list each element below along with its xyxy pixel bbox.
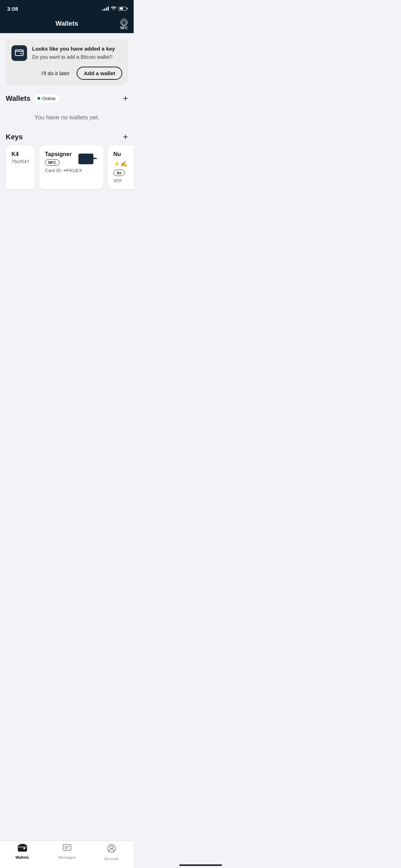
signal-icon [102, 6, 109, 11]
battery-icon [119, 7, 127, 11]
key-card-k4[interactable]: K4 79c0547 [6, 145, 35, 189]
wallets-section-title: Wallets [6, 94, 30, 103]
card-rect [78, 154, 93, 164]
key-card-tapsigner[interactable]: Tapsigner NFC [39, 145, 103, 189]
online-label: Online [42, 96, 56, 101]
tapsigner-nfc-tag: NFC [45, 159, 60, 166]
status-time: 3:08 [7, 6, 18, 12]
main-content: Looks like you have added a key Do you w… [0, 33, 134, 196]
later-button[interactable]: I'll do it later [41, 70, 70, 76]
promo-title: Looks like you have added a key [32, 45, 122, 52]
card-id-value: ••FKUEX [63, 168, 82, 173]
nu-so-tag: So [113, 170, 125, 176]
key-card-k4-name: K4 [11, 151, 29, 157]
status-bar: 3:08 [0, 0, 134, 16]
keys-section-header: Keys + [6, 133, 128, 141]
key-card-tapsigner-name: Tapsigner [45, 151, 72, 157]
tapsigner-card-visual [78, 152, 98, 166]
wallets-section: Wallets Online + You have no wallets yet… [6, 94, 128, 131]
wallets-empty-state: You have no wallets yet. [6, 107, 128, 131]
svg-point-1 [20, 53, 22, 54]
nfc-button[interactable]: NFC [120, 19, 128, 30]
wallets-section-header: Wallets Online + [6, 94, 128, 103]
promo-top: Looks like you have added a key Do you w… [11, 45, 122, 61]
nu-icon: ⚡✍ [113, 161, 128, 167]
card-id-label: Card ID: [45, 168, 63, 173]
header: Wallets NFC [0, 16, 134, 33]
key-card-nu-id: XFF [113, 178, 134, 184]
status-icons [102, 6, 127, 11]
add-wallet-section-button[interactable]: + [123, 94, 128, 103]
nfc-waves-icon [120, 19, 128, 25]
page-title: Wallets [56, 20, 78, 27]
promo-text: Looks like you have added a key Do you w… [32, 45, 122, 60]
online-badge: Online [34, 94, 59, 103]
add-wallet-button[interactable]: Add a wallet [77, 67, 122, 80]
nfc-label: NFC [120, 26, 128, 30]
wallet-icon [15, 49, 24, 58]
add-key-button[interactable]: + [123, 133, 128, 141]
svg-rect-0 [15, 50, 23, 56]
promo-actions: I'll do it later Add a wallet [11, 67, 122, 80]
online-dot [37, 97, 40, 100]
wifi-icon [111, 6, 117, 11]
wallet-icon-box [11, 45, 27, 61]
key-card-tapsigner-cardid: Card ID: ••FKUEX [45, 168, 98, 173]
key-card-k4-id: 79c0547 [11, 159, 29, 164]
keys-scroll: K4 79c0547 Tapsigner NFC [0, 145, 134, 191]
keys-section: Keys + K4 79c0547 Tapsigner NFC [6, 133, 128, 191]
card-waves [92, 152, 98, 164]
wallets-section-left: Wallets Online [6, 94, 59, 103]
key-card-nu[interactable]: Nu ⚡✍ So XFF [108, 145, 134, 189]
key-card-nu-name: Nu [113, 151, 134, 157]
keys-section-title: Keys [6, 133, 23, 141]
promo-subtitle: Do you want to add a Bitcoin wallet? [32, 54, 122, 60]
promo-card: Looks like you have added a key Do you w… [6, 39, 128, 86]
